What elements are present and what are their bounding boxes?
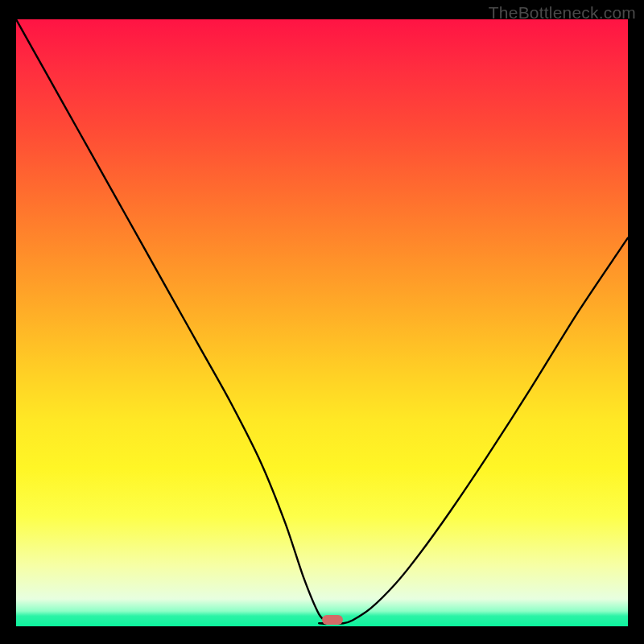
watermark-text: TheBottleneck.com — [489, 3, 636, 23]
plot-area — [16, 19, 628, 626]
optimal-marker — [322, 615, 343, 625]
curve-path — [16, 19, 628, 624]
chart-frame: TheBottleneck.com — [0, 0, 644, 644]
bottleneck-curve — [16, 19, 628, 626]
